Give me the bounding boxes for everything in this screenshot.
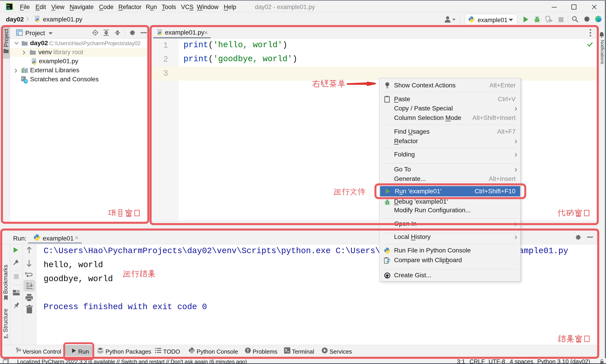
svg-text:PC: PC: [7, 4, 10, 7]
